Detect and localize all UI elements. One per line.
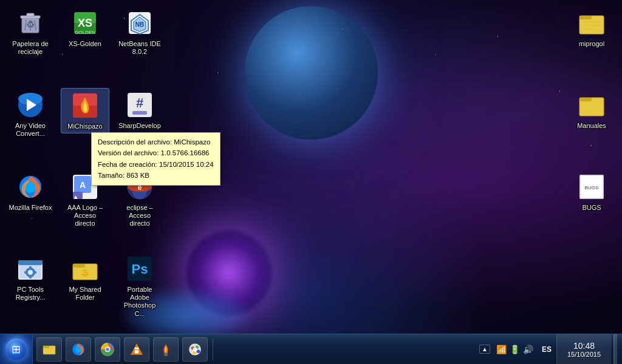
icon-sharpdevelop[interactable]: # SharpDevelop bbox=[115, 88, 164, 132]
desktop-icons-area: ♻ Papelera de reciclaje XS GOLDEN XS-Gol… bbox=[0, 0, 622, 334]
icon-label-miprogol: miprogol bbox=[579, 40, 604, 48]
taskbar-pinned-area bbox=[33, 337, 211, 362]
tooltip-line-4: Tamaño: 863 KB bbox=[98, 170, 214, 181]
xs-golden-image: XS GOLDEN bbox=[70, 8, 100, 38]
icon-label-xs-golden: XS-Golden bbox=[69, 40, 101, 48]
icon-netbeans[interactable]: NB NetBeans IDE 8.0.2 bbox=[115, 6, 164, 58]
bugs-image: BUGS bbox=[577, 172, 606, 201]
taskbar-file-explorer[interactable] bbox=[36, 337, 62, 362]
michispazo-tooltip: Descripción del archivo: MiChispazo Vers… bbox=[91, 132, 220, 186]
tooltip-line-3: Fecha de creación: 15/10/2015 10:24 bbox=[98, 159, 214, 170]
svg-point-81 bbox=[193, 351, 196, 354]
tray-network-icon[interactable]: 📶 bbox=[496, 345, 507, 354]
firefox-image bbox=[16, 172, 45, 201]
icon-photoshop[interactable]: Ps Portable Adobe Photoshop C... bbox=[115, 252, 164, 320]
svg-rect-57 bbox=[73, 264, 85, 268]
svg-rect-55 bbox=[34, 271, 36, 274]
svg-rect-75 bbox=[135, 347, 139, 349]
manuales-image bbox=[577, 90, 606, 120]
start-button[interactable] bbox=[0, 334, 33, 365]
netbeans-image: NB bbox=[125, 8, 154, 38]
svg-rect-48 bbox=[18, 260, 43, 265]
shared-folder-image: 🤝 bbox=[70, 254, 100, 283]
system-tray: ▲ 📶 🔋 🔊 ES 10:48 15/10/2015 bbox=[474, 334, 622, 364]
svg-text:A: A bbox=[80, 180, 86, 190]
clock-time: 10:48 bbox=[573, 341, 595, 351]
svg-point-82 bbox=[193, 347, 197, 351]
svg-rect-37 bbox=[73, 192, 83, 199]
icon-label-firefox: Mozilla Firefox bbox=[9, 204, 52, 212]
icon-label-michispazo: MiChispazo bbox=[67, 123, 102, 130]
tray-expand-button[interactable]: ▲ bbox=[479, 345, 490, 354]
taskbar-torch[interactable] bbox=[153, 337, 179, 362]
tray-volume-icon[interactable]: 🔊 bbox=[523, 345, 533, 354]
recycle-bin-image: ♻ bbox=[16, 8, 45, 38]
svg-text:BUGS: BUGS bbox=[585, 185, 599, 190]
svg-text:NB: NB bbox=[135, 21, 144, 28]
desktop: ♻ Papelera de reciclaje XS GOLDEN XS-Gol… bbox=[0, 0, 622, 364]
system-clock[interactable]: 10:48 15/10/2015 bbox=[556, 334, 611, 364]
svg-text:🤝: 🤝 bbox=[81, 269, 89, 277]
show-desktop-button[interactable] bbox=[613, 334, 617, 364]
icon-label-aaa-logo: AAA Logo – Acceso directo bbox=[63, 204, 107, 228]
michispazo-image bbox=[70, 91, 100, 120]
tray-language-indicator[interactable]: ES bbox=[539, 345, 554, 354]
icon-label-photoshop: Portable Adobe Photoshop C... bbox=[118, 286, 162, 318]
svg-text:Ps: Ps bbox=[132, 261, 148, 277]
taskbar-chrome[interactable] bbox=[95, 337, 120, 362]
pc-tools-image bbox=[16, 254, 45, 283]
svg-rect-74 bbox=[135, 350, 139, 353]
svg-rect-30 bbox=[579, 98, 592, 101]
tooltip-line-2: Versión del archivo: 1.0.5766.16686 bbox=[98, 147, 214, 158]
taskbar-palette[interactable] bbox=[182, 337, 208, 362]
svg-rect-28 bbox=[132, 111, 147, 115]
icon-miprogol[interactable]: miprogol bbox=[567, 6, 616, 50]
svg-point-71 bbox=[106, 348, 109, 351]
icon-xs-golden[interactable]: XS GOLDEN XS-Golden bbox=[61, 6, 109, 50]
svg-rect-54 bbox=[24, 271, 27, 274]
icon-label-eclipse: eclipse – Acceso directo bbox=[118, 204, 162, 228]
icon-shared-folder[interactable]: 🤝 My Shared Folder bbox=[61, 252, 109, 304]
icon-label-any-video: Any Video Convert... bbox=[9, 122, 52, 138]
taskbar: ▲ 📶 🔋 🔊 ES 10:48 15/10/2015 bbox=[0, 334, 622, 364]
icon-any-video[interactable]: Any Video Convert... bbox=[6, 88, 55, 140]
taskbar-separator bbox=[213, 339, 213, 360]
svg-text:♻: ♻ bbox=[26, 19, 35, 30]
taskbar-firefox[interactable] bbox=[66, 337, 91, 362]
svg-rect-2 bbox=[27, 13, 34, 16]
any-video-image bbox=[16, 90, 45, 120]
icon-recycle-bin[interactable]: ♻ Papelera de reciclaje bbox=[6, 6, 55, 58]
icon-manuales[interactable]: Manuales bbox=[567, 88, 616, 132]
tray-battery-icon[interactable]: 🔋 bbox=[510, 345, 520, 354]
svg-rect-53 bbox=[29, 276, 32, 278]
svg-point-51 bbox=[28, 270, 33, 275]
start-orb bbox=[5, 339, 27, 360]
icon-pc-tools[interactable]: PC Tools Registry... bbox=[6, 252, 55, 304]
icon-bugs[interactable]: BUGS BUGS bbox=[567, 170, 616, 214]
svg-point-80 bbox=[197, 349, 200, 352]
icon-label-sharpdevelop: SharpDevelop bbox=[118, 122, 161, 130]
photoshop-image: Ps bbox=[125, 254, 154, 283]
icon-label-manuales: Manuales bbox=[577, 122, 606, 130]
icon-firefox[interactable]: Mozilla Firefox bbox=[6, 170, 55, 214]
svg-text:XS: XS bbox=[78, 17, 92, 29]
icon-label-pc-tools: PC Tools Registry... bbox=[9, 286, 52, 302]
miprogol-image bbox=[577, 8, 606, 38]
icon-label-netbeans: NetBeans IDE 8.0.2 bbox=[118, 40, 162, 56]
svg-rect-52 bbox=[29, 266, 32, 269]
svg-text:#: # bbox=[136, 95, 143, 110]
svg-text:GOLDEN: GOLDEN bbox=[75, 30, 95, 35]
taskbar-vlc[interactable] bbox=[124, 337, 149, 362]
tooltip-line-1: Descripción del archivo: MiChispazo bbox=[98, 136, 214, 147]
icon-label-shared-folder: My Shared Folder bbox=[63, 286, 107, 302]
icon-label-bugs: BUGS bbox=[582, 204, 601, 212]
svg-rect-64 bbox=[43, 346, 49, 348]
svg-rect-16 bbox=[579, 16, 592, 19]
sharpdevelop-image: # bbox=[125, 90, 154, 120]
icon-label-recycle-bin: Papelera de reciclaje bbox=[9, 40, 52, 56]
clock-date: 15/10/2015 bbox=[567, 351, 601, 358]
icon-michispazo[interactable]: MiChispazo bbox=[61, 88, 109, 133]
tray-icons-area: 📶 🔋 🔊 bbox=[493, 334, 537, 364]
